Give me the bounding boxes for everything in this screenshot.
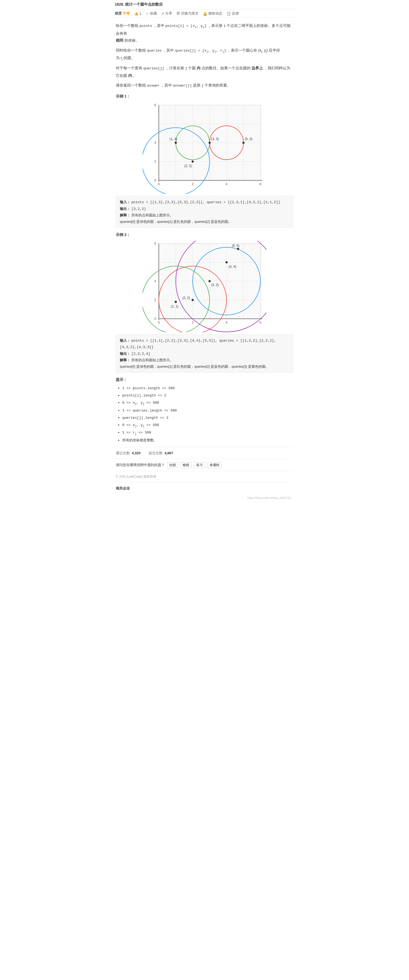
svg-text:(1, 1): (1, 1) [171,304,178,308]
example2-output: 输出： [2,3,2,4] [120,350,289,357]
svg-text:0: 0 [158,182,160,186]
example1-output: 输出： [3,2,2] [120,205,289,212]
pass-count: 通过次数 4,320 [116,450,140,456]
svg-text:(2, 2): (2, 2) [183,296,190,300]
example1-title: 示例 1： [116,93,293,100]
hint-item: points[i].length == 2 [122,392,293,399]
tag-campus[interactable]: 校招 [180,462,192,468]
example1-block: 输入： points = [[1,3],[3,3],[5,3],[2,2]], … [116,196,293,228]
example2-title: 示例 2： [116,231,293,238]
stats-row: 通过次数 4,320 提交次数 4,867 [116,447,293,459]
svg-point-30 [242,142,245,144]
feedback-button[interactable]: 📋 反馈 [226,11,239,16]
svg-text:2: 2 [154,298,156,302]
example1-explain: 解释： 所有的点和圆如上图所示。 [120,212,289,218]
svg-point-32 [192,161,194,162]
svg-point-28 [208,142,211,144]
tag-intern[interactable]: 实习 [194,462,205,468]
submit-count: 提交次数 4,867 [149,450,173,456]
footer-copyright: © 力扣 (LeetCode) 版权所有 [116,471,293,482]
svg-text:(1, 3): (1, 3) [170,137,177,141]
survey-row: 请问您在哪类招聘中遇到此题？ 社招 校招 实习 未遇到 [116,459,293,471]
hints-list: 1 <= points.length <= 500 points[i].leng… [122,385,293,444]
problem-desc3: 对于每一个查询 queries[j] ，计算在第 j 个圆 内 点的数目。如果一… [116,65,293,79]
notification-button[interactable]: 🔔 接收动态 [203,11,222,16]
problem-desc1: 给你一个数组 points ，其中 points[i] = [xi, yi] ，… [116,22,293,44]
like-button[interactable]: 👍 1 [134,11,142,16]
svg-text:(2, 2): (2, 2) [185,164,192,168]
svg-text:6: 6 [259,321,261,325]
svg-text:0: 0 [158,321,160,325]
example2-explain: 解释： 所有的点和圆如上图所示。 [120,357,289,363]
hint-item: 0 <= xi, yi <= 500 [122,399,293,407]
hint-item: 0 <= xj, yj <= 500 [122,422,293,429]
tag-social[interactable]: 社招 [167,462,178,468]
share-button[interactable]: ↗ 分享 [161,11,172,16]
svg-text:4: 4 [226,321,228,325]
favorite-button[interactable]: ☆ 收藏 [146,11,157,16]
toolbar: 难度 中等 👍 1 ☆ 收藏 ↗ 分享 双 切换为英文 🔔 接收动态 📋 反馈 [110,10,299,18]
problem-desc4: 请你返回一个数组 answer ，其中 answer[j] 是第 j 个查询的答… [116,82,293,89]
example1-chart: 0 2 4 6 0 2 4 6 (1, 3) (3, 3) [116,102,293,194]
hint-item: 1 <= points.length <= 500 [122,385,293,392]
svg-text:6: 6 [154,242,156,245]
svg-point-67 [226,261,228,263]
svg-text:(3, 3): (3, 3) [211,283,219,287]
example1-input: 输入： points = [[1,3],[3,3],[5,3],[2,2]], … [120,199,289,205]
svg-text:(4, 4): (4, 4) [229,265,236,269]
hint-item: 所有的坐标都是整数。 [122,437,293,444]
svg-text:6: 6 [154,103,156,107]
svg-text:4: 4 [154,279,156,283]
example2-input: 输入： points = [[1,1],[2,2],[3,3],[4,4],[5… [120,337,289,350]
problem-desc2: 同时给你一个数组 queries ，其中 queries[j] = [xj, y… [116,47,293,62]
svg-text:2: 2 [154,160,156,164]
svg-text:(5, 3): (5, 3) [245,137,252,141]
example2-detail: queries[0] 是绿色的圆，queries[1] 是红色的圆，querie… [120,363,289,369]
page-title: 1828. 统计一个圆中点的数目 [110,0,299,10]
tag-none[interactable]: 未遇到 [207,462,222,468]
related-section: 相关企业 [116,482,293,494]
lang-switch-button[interactable]: 双 切换为英文 [177,11,199,16]
svg-text:0: 0 [154,317,156,321]
difficulty-item: 难度 中等 [115,11,130,16]
svg-text:2: 2 [192,321,194,325]
problem-content: 给你一个数组 points ，其中 points[i] = [xi, yi] ，… [110,18,299,506]
svg-point-63 [192,299,194,301]
svg-point-61 [175,301,177,303]
example1-detail: queries[0] 是绿色的圆，queries[1] 是红色的圆，querie… [120,218,289,225]
svg-text:0: 0 [154,178,156,182]
hint-item: 1 <= rj <= 500 [122,429,293,437]
svg-text:4: 4 [154,141,156,145]
watermark: https://blog.csdn.net/qq_3446716 [116,494,293,502]
svg-text:2: 2 [192,182,194,186]
survey-question: 请问您在哪类招聘中遇到此题？ [116,462,165,468]
svg-text:4: 4 [226,182,228,186]
hint-item: 1 <= queries.length <= 500 [122,407,293,414]
example2-chart: 0 2 4 6 0 2 4 6 (1, 1) [116,241,293,332]
example2-block: 输入： points = [[1,1],[2,2],[3,3],[4,4],[5… [116,334,293,372]
hint-item: queries[j].length == 3 [122,414,293,422]
hints-section: 提示： 1 <= points.length <= 500 points[i].… [116,376,293,444]
svg-text:(5, 5): (5, 5) [232,244,239,248]
hints-title: 提示： [116,376,293,383]
svg-point-65 [208,280,211,282]
svg-point-26 [175,142,177,144]
svg-point-69 [237,248,239,250]
svg-text:6: 6 [259,182,261,186]
svg-text:(3, 3): (3, 3) [211,137,219,141]
